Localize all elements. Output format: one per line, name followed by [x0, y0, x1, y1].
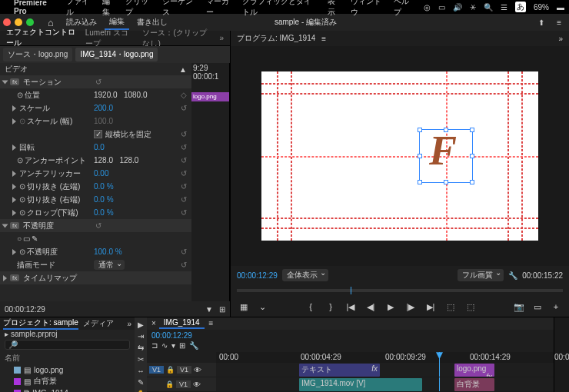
insert-icon[interactable]: ⊞: [179, 341, 185, 352]
source-v1[interactable]: V1: [149, 366, 164, 374]
button-editor-icon[interactable]: +: [549, 300, 563, 314]
panel-menu-icon[interactable]: »: [216, 32, 227, 44]
app-name[interactable]: Premiere Pro: [14, 0, 57, 15]
crop-right-value[interactable]: 0.0 %: [94, 195, 179, 204]
crop-left-value[interactable]: 0.0 %: [94, 182, 179, 191]
mini-clip-logo[interactable]: logo.png: [191, 92, 229, 101]
program-playhead[interactable]: [351, 287, 351, 294]
blend-mode-select[interactable]: 通常: [94, 260, 125, 270]
position-x[interactable]: 1920.0: [94, 91, 118, 99]
column-name-header[interactable]: 名前: [0, 351, 135, 365]
timeline-timecode[interactable]: 00:00:12:29: [151, 331, 192, 340]
anchor-x[interactable]: 128.0: [94, 156, 113, 164]
rotation-value[interactable]: 0.0: [94, 143, 179, 151]
lock-icon[interactable]: 🔒: [165, 380, 174, 388]
tab-media[interactable]: メディア: [83, 318, 114, 329]
target-v1[interactable]: V1: [177, 366, 191, 374]
track-content[interactable]: テキストfx logo.pngfx IMG_1914.mov [V] 白背景: [216, 363, 554, 392]
scale-value[interactable]: 200.0: [94, 104, 179, 112]
mark-in-icon[interactable]: {: [304, 300, 318, 314]
eye-icon[interactable]: 👁: [194, 366, 201, 374]
step-back-icon[interactable]: ◀|: [364, 300, 378, 314]
antiflicker-value[interactable]: 0.00: [94, 169, 179, 178]
wrench-icon[interactable]: 🔧: [189, 341, 198, 352]
menu-marker[interactable]: マーカー: [206, 0, 234, 18]
pos-keyframe-icon[interactable]: ◇: [179, 91, 188, 99]
quick-export-icon[interactable]: ⬆: [534, 17, 549, 28]
quality-select[interactable]: フル画質: [458, 269, 504, 281]
bin-item-logo[interactable]: ▤logo.png: [0, 365, 135, 375]
timeline-menu-icon[interactable]: ≡: [209, 319, 214, 327]
mark-out-icon[interactable]: }: [324, 300, 338, 314]
clip-text[interactable]: テキストfx: [299, 364, 380, 377]
project-overflow-icon[interactable]: »: [127, 320, 131, 328]
extract-icon[interactable]: ⬚: [464, 300, 477, 314]
search-icon[interactable]: 🔍: [484, 3, 493, 12]
go-to-in-icon[interactable]: |◀: [344, 300, 358, 314]
mask-ellipse-icon[interactable]: ○: [17, 234, 22, 243]
motion-reset-icon[interactable]: ↺: [94, 78, 103, 86]
export-frame-icon[interactable]: 📷: [512, 300, 526, 314]
clip-video[interactable]: IMG_1914.mov [V]: [299, 378, 422, 391]
control-center-icon[interactable]: ☰: [501, 3, 507, 12]
snap-icon[interactable]: ⊐: [151, 341, 158, 352]
program-canvas[interactable]: F: [261, 71, 538, 241]
ime-indicator[interactable]: あ: [515, 2, 526, 12]
selection-box[interactable]: [419, 129, 473, 183]
go-to-out-icon[interactable]: ▶|: [424, 300, 438, 314]
clip-logo[interactable]: logo.pngfx: [454, 364, 494, 377]
filter-icon[interactable]: ▼: [205, 305, 213, 314]
effect-mini-timeline[interactable]: 9:29 00:00:1 logo.png: [191, 63, 230, 301]
time-remap-label[interactable]: タイムリマップ: [23, 273, 77, 284]
volume-icon[interactable]: 🔊: [453, 3, 462, 12]
marker-add-icon[interactable]: ▦: [237, 300, 251, 314]
settings-icon[interactable]: 🔧: [508, 271, 517, 280]
linked-selection-icon[interactable]: ∿: [161, 341, 168, 352]
zoom-fit-select[interactable]: 全体表示: [282, 269, 328, 281]
tab-project[interactable]: プロジェクト: sample: [3, 317, 78, 330]
position-y[interactable]: 1080.0: [124, 91, 148, 99]
motion-label[interactable]: モーション: [23, 77, 62, 88]
menu-window[interactable]: ウィンドウ: [351, 0, 385, 18]
play-button[interactable]: ▶: [384, 300, 398, 314]
bluetooth-icon[interactable]: ⚹: [470, 2, 476, 12]
bin-item-bg[interactable]: ▤白背景: [0, 375, 135, 387]
ripple-tool[interactable]: ⇆: [135, 344, 146, 352]
track-select-icon[interactable]: ⊞: [219, 305, 225, 314]
program-timecode[interactable]: 00:00:12:29: [237, 271, 278, 280]
mask-pen-icon[interactable]: ✎: [32, 234, 38, 243]
marker-dropdown-icon[interactable]: ⌄: [255, 300, 269, 314]
ec-pin-icon[interactable]: ▲: [179, 65, 187, 74]
razor-tool[interactable]: ✂: [135, 355, 146, 364]
marker-icon[interactable]: ▾: [171, 341, 175, 352]
step-forward-icon[interactable]: |▶: [404, 300, 418, 314]
screen-icon[interactable]: ▭: [438, 3, 445, 12]
crop-bottom-value[interactable]: 0.0 %: [94, 208, 179, 217]
comparison-icon[interactable]: ▭: [531, 300, 544, 314]
slip-tool[interactable]: ↔: [135, 367, 146, 375]
selection-tool[interactable]: ▶: [135, 321, 146, 329]
project-search-input[interactable]: 🔎: [5, 340, 130, 350]
opacity-value[interactable]: 100.0 %: [94, 247, 179, 256]
eye-icon[interactable]: 👁: [193, 380, 201, 389]
program-menu-icon[interactable]: ≡: [321, 35, 326, 43]
source-tab-2[interactable]: IMG_1914・logo.png: [75, 48, 158, 61]
program-scrubber[interactable]: [231, 284, 569, 297]
clip-bg[interactable]: 白背景: [454, 378, 494, 391]
scale-w-value[interactable]: 100.0: [94, 117, 188, 125]
source-tab-1[interactable]: ソース・logo.png: [3, 48, 72, 61]
bin-item-seq[interactable]: ⧉IMG_1914: [0, 387, 135, 392]
panel-overflow-icon[interactable]: »: [558, 35, 563, 43]
sequence-tab[interactable]: IMG_1914: [159, 317, 205, 329]
pen-tool[interactable]: ✎: [135, 378, 146, 387]
anchor-y[interactable]: 128.0: [119, 156, 138, 164]
lock-icon[interactable]: 🔒: [166, 366, 175, 374]
aspect-lock-checkbox[interactable]: ✓: [94, 130, 102, 138]
toolbar-menu-icon[interactable]: ≡: [552, 17, 566, 28]
lift-icon[interactable]: ⬚: [444, 300, 458, 314]
menu-help[interactable]: ヘルプ: [394, 0, 414, 18]
mask-rect-icon[interactable]: ▭: [23, 234, 30, 243]
cc-icon[interactable]: ◎: [424, 3, 431, 12]
ec-timecode[interactable]: 00:00:12:29: [5, 305, 45, 314]
target-v1-b[interactable]: V1: [176, 380, 191, 388]
